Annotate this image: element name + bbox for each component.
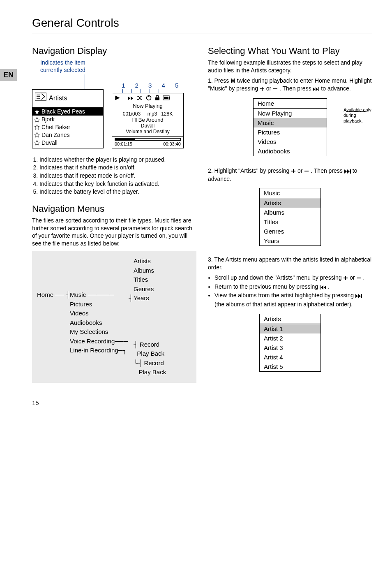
- now-playing-title: Now Playing: [112, 103, 183, 110]
- now-playing-box: Now Playing 001/003 mp3 128K I'll Be Aro…: [112, 93, 184, 148]
- home-menu-box: Home Now Playing Music Pictures Videos A…: [253, 98, 327, 156]
- svg-rect-5: [155, 97, 159, 100]
- menu-item: Audiobooks: [254, 146, 327, 156]
- tree-leaf: Record: [140, 341, 159, 348]
- elapsed-time: 00:01:15: [115, 141, 132, 146]
- repeat-icon: [146, 95, 152, 102]
- menu-item: Artist 4: [260, 352, 321, 362]
- minus-icon: [357, 275, 362, 283]
- list-item-label: Dan Zanes: [42, 131, 69, 139]
- menu-item: Artist 5: [260, 362, 321, 371]
- menu-item: Pictures: [254, 127, 327, 137]
- tree-leaf: Genres: [134, 285, 191, 294]
- minus-icon: [304, 168, 309, 176]
- fast-forward-icon: [128, 95, 134, 102]
- star-outline-icon: [34, 124, 40, 130]
- callout-numbers: 1 2 3 4 5: [122, 82, 184, 89]
- artists-menu-box: Artists Artist 1 Artist 2 Artist 3 Artis…: [259, 314, 321, 372]
- bullet-item: View the albums from the artist highligh…: [214, 292, 372, 308]
- list-item-label: Bjork: [42, 116, 55, 123]
- menu-header: Artists: [260, 314, 321, 324]
- progress-bar: [112, 137, 183, 141]
- list-item: Duvall: [32, 139, 103, 148]
- tree-node: Pictures: [70, 300, 134, 309]
- tree-node: Audiobooks: [70, 318, 134, 328]
- track-bitrate: 128K: [161, 111, 173, 117]
- language-tag: EN: [0, 69, 17, 81]
- total-time: 00:03:40: [163, 141, 181, 146]
- list-item-label: Duvall: [42, 139, 58, 147]
- song-artist: Duvall: [112, 123, 183, 129]
- song-title: I'll Be Around: [112, 117, 183, 123]
- legend-item: Indicates the battery level of the playe…: [39, 188, 196, 196]
- plus-icon: [260, 86, 265, 93]
- legend-item: Indicates whether the player is playing …: [39, 156, 196, 164]
- play-icon: [115, 95, 120, 102]
- selecting-heading: Selecting What You Want to Play: [208, 46, 372, 56]
- list-item: Dan Zanes: [32, 131, 103, 139]
- song-album: Volume and Destiny: [112, 129, 183, 137]
- bullet-item: Scroll up and down the "Artists" menu by…: [214, 274, 372, 283]
- chapter-rule: [32, 33, 372, 33]
- menu-item: Artist 3: [260, 343, 321, 352]
- nav-menus-heading: Navigation Menus: [32, 204, 196, 214]
- svg-rect-12: [361, 294, 362, 298]
- indicator-label-l2: currently selected: [40, 66, 196, 74]
- menu-item: Now Playing: [254, 109, 327, 118]
- menu-item-highlight: Artists: [260, 198, 321, 208]
- star-outline-icon: [34, 117, 40, 123]
- list-item-selected: Black Eyed Peas: [32, 108, 103, 116]
- svg-rect-9: [318, 87, 319, 91]
- menu-item: Titles: [260, 217, 321, 227]
- list-item: Chet Baker: [32, 123, 103, 131]
- legend-list: Indicates whether the player is playing …: [32, 156, 196, 196]
- category-label: Artists: [49, 94, 67, 103]
- menu-item: Artist 2: [260, 333, 321, 343]
- step-1: 1. Press M twice during playback to ente…: [208, 77, 372, 93]
- legend-item: Indicates that the key lock function is …: [39, 180, 196, 188]
- star-outline-icon: [34, 140, 40, 146]
- menu-item: Albums: [260, 208, 321, 217]
- svg-rect-10: [350, 169, 351, 174]
- legend-item: Indicates that if shuffle mode is on/off…: [39, 164, 196, 172]
- minus-icon: [273, 86, 278, 93]
- tree-leaf: Play Back: [139, 368, 166, 375]
- plus-icon: [343, 275, 348, 283]
- next-icon: [313, 86, 319, 93]
- menu-header: Home: [254, 99, 327, 109]
- next-icon: [344, 168, 351, 176]
- artists-list-box: Artists Black Eyed Peas Bjork: [32, 89, 104, 148]
- list-item-label: Chet Baker: [42, 123, 70, 131]
- side-note: Available only during playback.: [344, 107, 376, 124]
- tree-node: Voice Recording: [70, 338, 115, 345]
- menu-item: Years: [260, 236, 321, 245]
- list-mode-icon: [35, 92, 46, 104]
- menu-tree: Home ── ┤ Music ────── Pictures Videos A…: [32, 251, 196, 383]
- bullet-item: Return to the previous menu by pressing …: [214, 283, 372, 292]
- step-2: 2. Highlight "Artists" by pressing or . …: [208, 167, 372, 183]
- track-counter: 001/003: [123, 111, 141, 117]
- tree-node: Line-in Recording: [70, 347, 118, 354]
- callout-ticks: [122, 89, 184, 93]
- chapter-title: General Controls: [32, 16, 372, 30]
- tree-leaf: Record: [144, 359, 164, 366]
- nav-menus-body: The files are sorted according to their …: [32, 217, 196, 248]
- tree-leaf: Years: [134, 294, 149, 301]
- tree-node: Videos: [70, 309, 134, 318]
- battery-icon: [163, 95, 171, 102]
- tree-leaf: Artists: [134, 257, 191, 266]
- list-item: Bjork: [32, 116, 103, 123]
- music-menu-box: Music Artists Albums Titles Genres Years: [259, 188, 321, 246]
- tree-leaf: Play Back: [137, 350, 164, 357]
- svg-rect-11: [320, 285, 321, 289]
- svg-rect-7: [169, 97, 170, 99]
- menu-item: Genres: [260, 227, 321, 236]
- star-outline-icon: [34, 132, 40, 138]
- shuffle-icon: [137, 95, 143, 102]
- tree-node: My Selections: [70, 327, 134, 337]
- tree-leaf: Titles: [134, 275, 191, 285]
- list-item-label: Black Eyed Peas: [42, 108, 85, 116]
- menu-item: Videos: [254, 137, 327, 146]
- menu-item-highlight: Artist 1: [260, 324, 321, 333]
- plus-icon: [291, 168, 296, 176]
